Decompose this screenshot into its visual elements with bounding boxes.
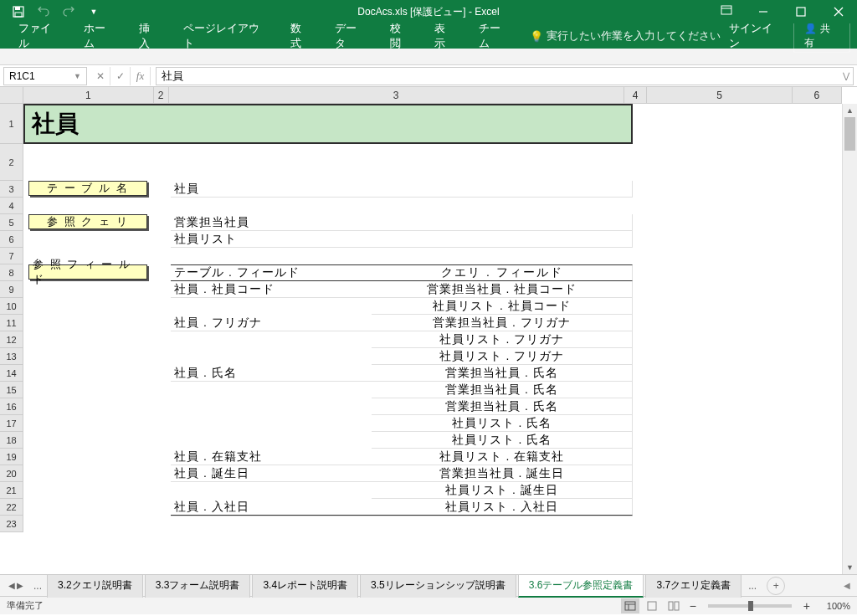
field-left[interactable]: 社員 . 誕生日 (171, 465, 372, 482)
field-right[interactable]: 社員リスト . 入社日 (372, 499, 633, 516)
select-all-corner[interactable] (0, 87, 23, 104)
data-cell[interactable]: 社員リスト (171, 231, 633, 248)
field-left[interactable]: 社員 . フリガナ (171, 315, 372, 331)
row-header[interactable]: 15 (0, 382, 23, 398)
column-header[interactable]: 4 (624, 87, 648, 103)
signin-link[interactable]: サインイン (729, 21, 782, 51)
enter-formula-button[interactable]: ✓ (110, 67, 131, 85)
qat-customize-icon[interactable]: ▼ (82, 2, 105, 22)
zoom-thumb[interactable] (748, 601, 753, 611)
sheet-tab[interactable]: 3.7クエリ定義書 (645, 574, 742, 598)
scroll-thumb[interactable] (844, 117, 855, 151)
zoom-slider[interactable] (708, 604, 792, 608)
share-button[interactable]: 👤共有 (793, 19, 850, 53)
data-cell[interactable]: 社員 (171, 181, 633, 198)
row-header[interactable]: 13 (0, 348, 23, 365)
field-right[interactable]: 営業担当社員 . フリガナ (372, 315, 633, 331)
page-layout-view-button[interactable] (643, 598, 661, 613)
ribbon-tab[interactable]: 挿入 (127, 23, 172, 49)
sheet-overflow-right[interactable]: ... (743, 580, 762, 592)
field-right[interactable]: 営業担当社員 . 氏名 (372, 382, 633, 398)
column-header[interactable]: 6 (793, 87, 842, 103)
field-left[interactable]: 社員 . 氏名 (171, 365, 372, 382)
maximize-button[interactable] (782, 0, 819, 23)
title-cell[interactable]: 社員 (23, 104, 633, 144)
field-left[interactable]: 社員 . 社員コード (171, 281, 372, 298)
row-header[interactable]: 4 (0, 198, 23, 214)
field-right[interactable]: 社員リスト . 社員コード (372, 298, 633, 315)
field-right[interactable]: 社員リスト . 氏名 (372, 432, 633, 449)
page-break-view-button[interactable] (665, 598, 683, 613)
data-cell[interactable]: 営業担当社員 (171, 214, 633, 231)
column-header[interactable]: 2 (154, 87, 169, 103)
row-header[interactable]: 21 (0, 482, 23, 499)
scroll-up-icon[interactable]: ▲ (843, 104, 857, 117)
zoom-level[interactable]: 100% (817, 601, 850, 611)
sheet-next-icon[interactable]: ▶ (17, 581, 23, 590)
field-right[interactable]: 社員リスト . フリガナ (372, 348, 633, 365)
row-header[interactable]: 16 (0, 398, 23, 415)
field-right[interactable]: 社員リスト . 在籍支社 (372, 449, 633, 465)
row-header[interactable]: 7 (0, 248, 23, 264)
expand-formula-icon[interactable]: ⋁ (843, 71, 849, 80)
row-header[interactable]: 3 (0, 181, 23, 198)
row-header[interactable]: 6 (0, 231, 23, 248)
insert-function-button[interactable]: fx (131, 67, 151, 85)
scroll-down-icon[interactable]: ▼ (843, 561, 857, 574)
row-header[interactable]: 19 (0, 449, 23, 465)
row-header[interactable]: 11 (0, 315, 23, 331)
row-header[interactable]: 14 (0, 365, 23, 382)
add-sheet-button[interactable]: + (767, 577, 785, 595)
sheet-tab[interactable]: 3.6テーブル参照定義書 (518, 574, 644, 598)
sheet-prev-icon[interactable]: ◀ (8, 581, 15, 590)
field-left[interactable]: 社員 . 在籍支社 (171, 449, 372, 465)
section-label[interactable]: 参 照 フ ィ ー ル ド (28, 264, 147, 280)
row-header[interactable]: 22 (0, 499, 23, 516)
tell-me-search[interactable]: 💡 実行したい作業を入力してください (521, 28, 729, 44)
section-label[interactable]: 参 照 ク ェ リ (28, 214, 147, 229)
ribbon-tab[interactable]: ファイル (7, 23, 72, 49)
sheet-overflow-left[interactable]: ... (28, 580, 47, 592)
field-right[interactable]: 社員リスト . フリガナ (372, 331, 633, 348)
field-right[interactable]: 社員リスト . 誕生日 (372, 482, 633, 499)
row-header[interactable]: 9 (0, 281, 23, 298)
sheet-tab[interactable]: 3.5リレーションシップ説明書 (360, 574, 516, 598)
row-header[interactable]: 8 (0, 264, 23, 281)
normal-view-button[interactable] (621, 598, 639, 613)
row-header[interactable]: 17 (0, 415, 23, 432)
ribbon-display-options-icon[interactable] (714, 0, 739, 20)
ribbon-tab[interactable]: 数式 (279, 23, 323, 49)
cells-area[interactable]: 社員テ ー ブ ル 名社員参 照 ク ェ リ営業担当社員社員リスト参 照 フ ィ… (23, 104, 842, 574)
row-header[interactable]: 5 (0, 214, 23, 231)
row-header[interactable]: 1 (0, 104, 23, 144)
formula-input[interactable]: 社員 ⋁ (156, 67, 854, 85)
field-right[interactable]: 営業担当社員 . 誕生日 (372, 465, 633, 482)
field-right[interactable]: 社員リスト . 氏名 (372, 415, 633, 432)
redo-button[interactable] (57, 2, 80, 22)
sheet-tab[interactable]: 3.4レポート説明書 (252, 574, 358, 598)
row-header[interactable]: 10 (0, 298, 23, 315)
vertical-scrollbar[interactable]: ▲ ▼ (842, 104, 857, 574)
row-header[interactable]: 20 (0, 465, 23, 482)
save-button[interactable] (7, 2, 30, 22)
hscroll-left-icon[interactable]: ◀ (840, 581, 854, 590)
ribbon-tab[interactable]: チーム (467, 23, 522, 49)
column-header[interactable]: 3 (169, 87, 624, 103)
section-label[interactable]: テ ー ブ ル 名 (28, 181, 147, 196)
ribbon-tab[interactable]: データ (323, 23, 378, 49)
column-header[interactable]: 1 (23, 87, 154, 103)
table-header-left[interactable]: テーブル . フィールド (171, 264, 372, 281)
name-box[interactable]: R1C1 ▼ (3, 67, 87, 85)
table-header-right[interactable]: クエリ . フィールド (372, 264, 633, 281)
field-right[interactable]: 営業担当社員 . 氏名 (372, 398, 633, 415)
cancel-formula-button[interactable]: ✕ (90, 67, 110, 85)
zoom-in-button[interactable]: + (800, 599, 813, 613)
field-left[interactable]: 社員 . 入社日 (171, 499, 372, 516)
row-header[interactable]: 12 (0, 331, 23, 348)
ribbon-tab[interactable]: 校閲 (378, 23, 423, 49)
column-header[interactable]: 5 (647, 87, 793, 103)
zoom-out-button[interactable]: − (686, 599, 700, 613)
ribbon-tab[interactable]: ページレイアウト (172, 23, 279, 49)
field-right[interactable]: 営業担当社員 . 社員コード (372, 281, 633, 298)
field-right[interactable]: 営業担当社員 . 氏名 (372, 365, 633, 382)
